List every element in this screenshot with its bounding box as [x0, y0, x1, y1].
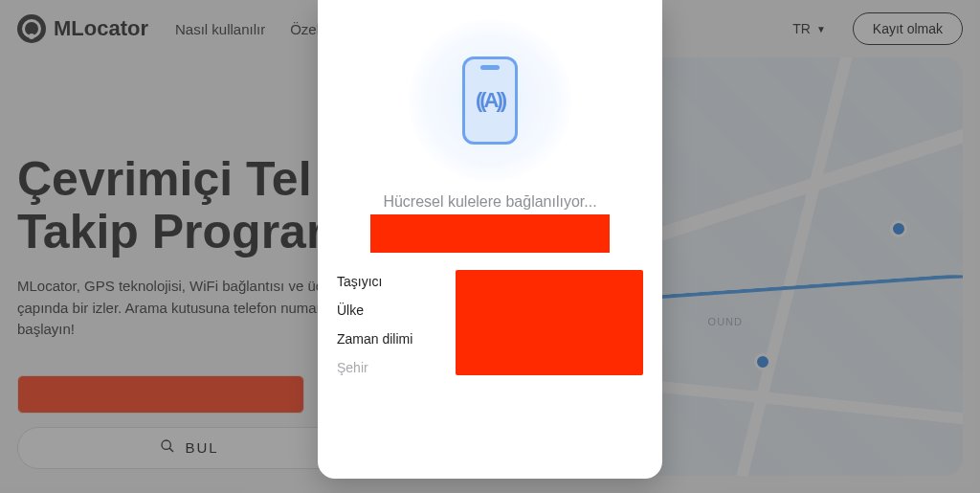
modal-status-text: Hücresel kulelere bağlanılıyor... — [383, 193, 596, 211]
label-timezone: Zaman dilimi — [337, 331, 442, 347]
modal-info-labels: Taşıyıcı Ülke Zaman dilimi Şehir — [337, 270, 442, 375]
phone-icon: ((A)) — [462, 56, 518, 145]
modal-info-grid: Taşıyıcı Ülke Zaman dilimi Şehir — [337, 270, 643, 375]
label-city: Şehir — [337, 360, 442, 375]
label-country: Ülke — [337, 303, 442, 318]
phone-signal-illustration: ((A)) — [409, 19, 571, 182]
connecting-modal: ((A)) Hücresel kulelere bağlanılıyor... … — [318, 0, 662, 479]
modal-phone-redacted — [370, 214, 610, 253]
antenna-icon: ((A)) — [476, 88, 504, 113]
label-carrier: Taşıyıcı — [337, 274, 442, 289]
modal-values-redacted — [456, 270, 643, 375]
